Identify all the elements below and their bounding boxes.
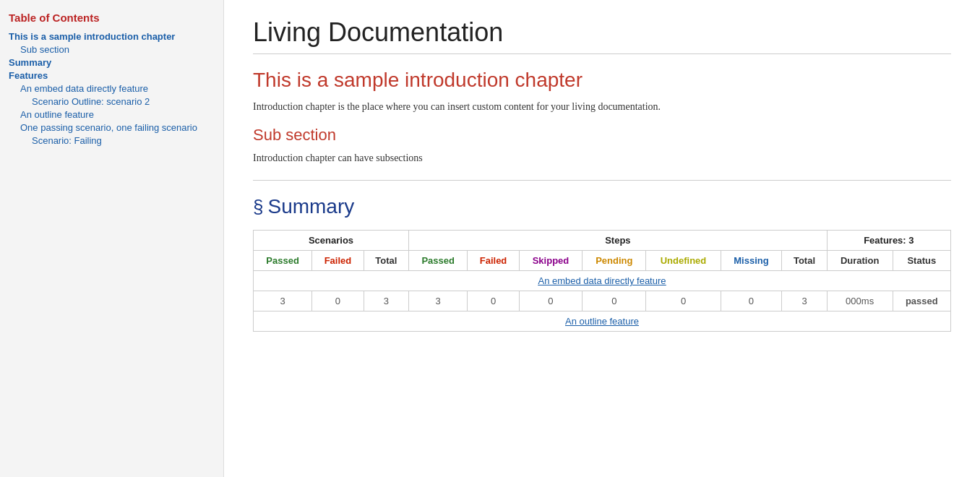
col-header-scenarios-passed: Passed — [254, 251, 312, 271]
sub-section-text: Introduction chapter can have subsection… — [253, 150, 951, 166]
summary-heading: §Summary — [253, 195, 951, 218]
cell-scenarios-passed: 3 — [254, 291, 312, 311]
cell-steps-missing: 0 — [721, 291, 782, 311]
col-header-steps-passed: Passed — [409, 251, 468, 271]
toc-title: Table of Contents — [9, 12, 215, 24]
col-header-steps-undefined: Undefined — [646, 251, 721, 271]
sub-section-title: Sub section — [253, 126, 951, 145]
group-header-steps: Steps — [409, 231, 828, 251]
cell-status: passed — [893, 291, 950, 311]
summary-table: Scenarios Steps Features: 3 Passed Faile… — [253, 230, 951, 332]
col-header-scenarios-failed: Failed — [312, 251, 364, 271]
chapter-title: This is a sample introduction chapter — [253, 69, 951, 92]
table-row: An embed data directly feature — [254, 271, 951, 291]
chapter-intro-text: Introduction chapter is the place where … — [253, 99, 951, 114]
feature-link-outline-anchor[interactable]: An outline feature — [565, 316, 639, 327]
cell-scenarios-total: 3 — [364, 291, 408, 311]
cell-steps-skipped: 0 — [519, 291, 582, 311]
cell-scenarios-failed: 0 — [312, 291, 364, 311]
col-header-status: Status — [893, 251, 950, 271]
section-symbol: § — [253, 196, 263, 218]
page-title: Living Documentation — [253, 17, 951, 54]
section-divider — [253, 180, 951, 181]
group-header-features: Features: 3 — [827, 231, 950, 251]
col-header-steps-total: Total — [782, 251, 827, 271]
col-header-steps-skipped: Skipped — [519, 251, 582, 271]
sidebar-item-intro-chapter[interactable]: This is a sample introduction chapter — [9, 31, 215, 42]
sidebar-item-embed-feature[interactable]: An embed data directly feature — [9, 83, 215, 94]
summary-title: Summary — [267, 195, 354, 218]
table-row: An outline feature — [254, 311, 951, 332]
sidebar-item-scenario-failing[interactable]: Scenario: Failing — [9, 135, 215, 146]
feature-link-outline[interactable]: An outline feature — [254, 311, 951, 332]
feature-link-embed-anchor[interactable]: An embed data directly feature — [538, 275, 666, 286]
feature-link-embed[interactable]: An embed data directly feature — [254, 271, 951, 291]
toc-nav: This is a sample introduction chapter Su… — [9, 31, 215, 146]
sidebar: Table of Contents This is a sample intro… — [0, 0, 224, 477]
col-header-steps-failed: Failed — [468, 251, 520, 271]
sidebar-item-passing-failing[interactable]: One passing scenario, one failing scenar… — [9, 122, 215, 133]
cell-steps-failed: 0 — [468, 291, 520, 311]
sidebar-item-scenario-outline-2[interactable]: Scenario Outline: scenario 2 — [9, 96, 215, 107]
sidebar-item-outline-feature[interactable]: An outline feature — [9, 109, 215, 120]
col-header-scenarios-total: Total — [364, 251, 408, 271]
cell-steps-total: 3 — [782, 291, 827, 311]
group-header-scenarios: Scenarios — [254, 231, 409, 251]
col-header-steps-missing: Missing — [721, 251, 782, 271]
cell-steps-passed: 3 — [409, 291, 468, 311]
cell-duration: 000ms — [827, 291, 893, 311]
col-header-duration: Duration — [827, 251, 893, 271]
cell-steps-undefined: 0 — [646, 291, 721, 311]
sidebar-item-summary[interactable]: Summary — [9, 57, 215, 68]
cell-steps-pending: 0 — [583, 291, 646, 311]
col-header-steps-pending: Pending — [583, 251, 646, 271]
sidebar-item-features[interactable]: Features — [9, 70, 215, 81]
sidebar-item-sub-section[interactable]: Sub section — [9, 44, 215, 55]
main-content: Living Documentation This is a sample in… — [224, 0, 980, 477]
table-row: 3 0 3 3 0 0 0 0 0 3 000ms passed — [254, 291, 951, 311]
